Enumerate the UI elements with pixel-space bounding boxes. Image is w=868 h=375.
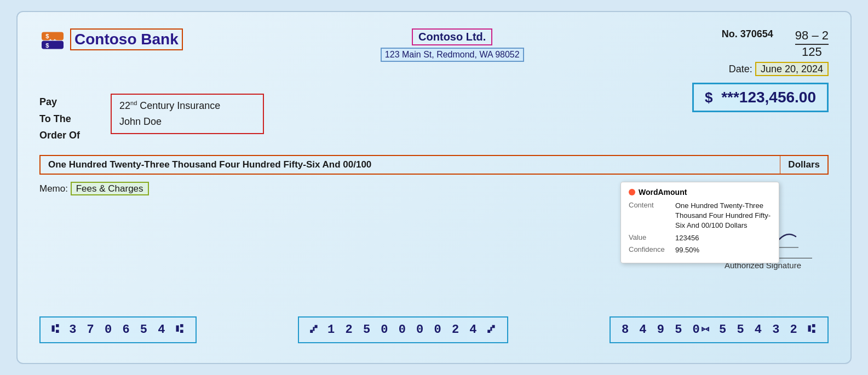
fraction-numerator: 98 – 2 (795, 28, 829, 45)
memo-label: Memo: (39, 183, 68, 194)
amount-in-words: One Hundred Twenty-Three Thousand Four H… (48, 159, 371, 170)
company-info: Contoso Ltd. 123 Main St, Redmond, WA 98… (381, 28, 524, 62)
bank-logo-icon: $ $ (39, 28, 66, 50)
payee-line1: 22nd Century Insurance (119, 98, 255, 114)
svg-text:$: $ (45, 33, 49, 39)
date-value: June 20, 2024 (755, 62, 829, 76)
micr-routing: ⑆ 3 7 0 6 5 4 ⑆ (39, 316, 197, 343)
micr-routing-text: ⑆ 3 7 0 6 5 4 ⑆ (51, 323, 185, 337)
memo-value: Fees & Charges (71, 182, 149, 195)
tooltip-confidence-value: 99.50% (675, 245, 699, 255)
micr-row: ⑆ 3 7 0 6 5 4 ⑆ ⑇ 1 2 5 0 0 0 0 2 4 ⑇ 8 … (39, 316, 829, 343)
micr-check: 8 4 9 5 0⑅ 5 5 4 3 2 ⑆ (610, 316, 829, 343)
svg-text:$: $ (45, 42, 49, 49)
bank-name: Contoso Bank (70, 28, 183, 50)
date-row: Date: June 20, 2024 (722, 64, 829, 75)
tooltip-value-row: Value 123456 (629, 233, 771, 243)
company-name: Contoso Ltd. (412, 28, 492, 45)
date-label: Date: (729, 64, 752, 74)
tooltip-dot-icon (629, 189, 635, 195)
tooltip-content-label: Content (629, 201, 670, 231)
payee-box: 22nd Century Insurance John Doe (111, 94, 264, 134)
tooltip-header: WordAmount (629, 188, 771, 197)
check-number-area: No. 370654 98 – 2 125 Date: June 20, 202… (722, 28, 829, 75)
tooltip-title: WordAmount (639, 188, 687, 197)
routing-fraction: 98 – 2 125 (795, 28, 829, 59)
pay-row: Pay To The Order Of 22nd Century Insuran… (39, 94, 264, 144)
check-no-block: No. 370654 (722, 28, 773, 40)
words-row: One Hundred Twenty-Three Thousand Four H… (39, 155, 829, 175)
company-address: 123 Main St, Redmond, WA 98052 (381, 48, 524, 62)
pay-label: Pay To The Order Of (39, 94, 100, 144)
micr-account-text: ⑇ 1 2 5 0 0 0 0 2 4 ⑇ (310, 323, 496, 337)
check-no: No. 370654 (722, 28, 773, 39)
words-box: One Hundred Twenty-Three Thousand Four H… (39, 155, 780, 175)
amount-symbol: $ (705, 89, 712, 106)
micr-check-text: 8 4 9 5 0⑅ 5 5 4 3 2 ⑆ (622, 323, 817, 337)
payee-line2: John Doe (119, 114, 255, 130)
check-no-value: 370654 (740, 28, 773, 39)
micr-account: ⑇ 1 2 5 0 0 0 0 2 4 ⑇ (298, 316, 508, 343)
amount-value: ***123,456.00 (721, 89, 816, 106)
check-document: $ $ Contoso Bank Contoso Ltd. 123 Main S… (16, 11, 852, 364)
tooltip-confidence-row: Confidence 99.50% (629, 245, 771, 255)
header-right-inner: No. 370654 98 – 2 125 (722, 28, 829, 59)
tooltip-confidence-label: Confidence (629, 245, 670, 255)
header-row: $ $ Contoso Bank Contoso Ltd. 123 Main S… (39, 28, 829, 75)
tooltip-content-value: One Hundred Twenty-Three Thousand Four H… (675, 201, 771, 231)
tooltip-content-row: Content One Hundred Twenty-Three Thousan… (629, 201, 771, 231)
dollars-label: Dollars (780, 155, 829, 175)
tooltip-popup: WordAmount Content One Hundred Twenty-Th… (620, 182, 779, 263)
tooltip-value-value: 123456 (675, 233, 699, 243)
tooltip-value-label: Value (629, 233, 670, 243)
amount-box: $ ***123,456.00 (692, 83, 829, 112)
fraction-denominator: 125 (795, 45, 829, 59)
bank-logo-area: $ $ Contoso Bank (39, 28, 183, 50)
